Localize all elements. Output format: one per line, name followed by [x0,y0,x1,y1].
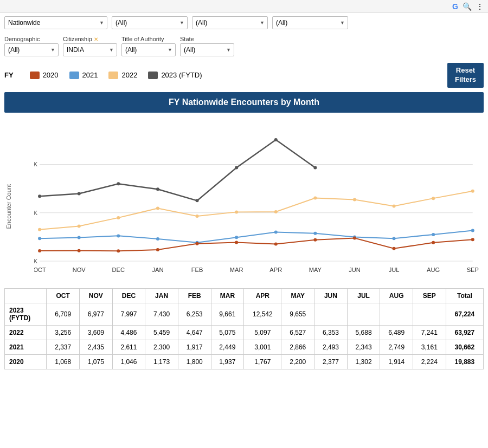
table-row: 20212,3372,4352,6112,3001,9172,4493,0012… [5,340,484,354]
reset-filters-button[interactable]: ResetFilters [447,63,484,88]
filter-demographic[interactable]: (All) [4,43,59,56]
citizenship-wrapper[interactable]: INDIA (All) [63,43,117,56]
svg-text:MAY: MAY [309,267,322,273]
svg-point-20 [117,216,120,219]
table-cell: 5,097 [244,325,281,340]
svg-text:JAN: JAN [152,267,163,273]
table-row: 20223,2563,6094,4865,4594,6475,0755,0976… [5,325,484,340]
svg-point-33 [156,237,159,241]
table-cell: 12,542 [244,303,281,325]
svg-point-42 [38,249,41,252]
table-header: AUG [380,288,413,303]
table-cell: 2,749 [380,340,413,354]
table-cell: 9,655 [281,303,314,325]
table-cell [380,303,413,325]
svg-point-46 [196,242,199,245]
table-cell: 6,977 [80,303,113,325]
legend-2022-color [108,72,118,79]
table-row: 20201,0681,0751,0461,1731,8001,9371,7672… [5,354,484,369]
fy-legend: FY 2020 2021 2022 2023 (FYTD) ResetFilte… [0,60,488,90]
table-cell: 7,241 [413,325,446,340]
table-header: NOV [80,288,113,303]
table-cell: 9,661 [211,303,244,325]
svg-point-43 [78,249,81,252]
svg-point-29 [471,189,474,192]
svg-point-39 [393,237,396,240]
svg-text:NOV: NOV [73,267,86,273]
table-cell: 2,377 [314,354,348,369]
svg-point-56 [117,182,120,185]
filter-toa[interactable]: (All) [121,43,176,56]
legend-2021-label: 2021 [82,71,98,79]
table-cell: 6,353 [314,325,348,340]
svg-point-48 [274,242,278,245]
table-cell: 2,449 [211,340,244,354]
row-total: 63,927 [446,325,483,340]
row-label: 2020 [5,354,47,369]
svg-text:DEC: DEC [112,267,125,273]
svg-point-50 [353,236,356,239]
demographic-wrapper[interactable]: (All) [4,43,59,56]
svg-point-61 [313,166,317,169]
chart-title: FY Nationwide Encounters by Month [4,92,484,113]
google-icon: G [452,2,458,11]
filter-active-icon: ✕ [94,36,98,42]
filter-nationwide[interactable]: Nationwide [4,16,107,29]
y-axis-label: Encounter Count [5,184,12,229]
svg-point-60 [274,138,278,141]
svg-point-49 [313,238,317,241]
table-cell: 7,997 [112,303,145,325]
table-header: MAY [281,288,314,303]
svg-point-31 [78,236,81,239]
table-cell: 2,224 [413,354,446,369]
svg-point-58 [196,199,199,202]
table-header: OCT [47,288,80,303]
toa-wrapper[interactable]: (All) [121,43,176,56]
citizenship-label: Citizenship ✕ [63,36,117,42]
legend-2023: 2023 (FYTD) [148,71,202,79]
filter-state[interactable]: (All) [180,43,234,56]
filter-all-1[interactable]: (All) [112,16,188,29]
filters-row1: Nationwide (All) (All) (All) [0,13,488,33]
row-label: 2022 [5,325,47,340]
filter-all-3-wrapper[interactable]: (All) [272,16,348,29]
svg-point-37 [313,232,317,235]
search-icon[interactable]: 🔍 [463,2,472,11]
legend-2022: 2022 [108,71,137,79]
table-cell: 4,486 [112,325,145,340]
filter-all-2-wrapper[interactable]: (All) [192,16,268,29]
table-cell: 5,688 [347,325,380,340]
table-cell: 1,800 [178,354,211,369]
table-cell: 6,253 [178,303,211,325]
data-table: OCTNOVDECJANFEBMARAPRMAYJUNJULAUGSEPTota… [4,288,484,369]
table-row: 2023 (FYTD)6,7096,9777,9977,4306,2539,66… [5,303,484,325]
filter-citizenship[interactable]: INDIA (All) [63,43,117,56]
table-header: MAR [211,288,244,303]
legend-2020-color [30,72,40,79]
svg-point-35 [235,236,238,239]
svg-point-18 [38,228,41,231]
svg-text:AUG: AUG [427,267,440,273]
toa-label: Title of Authority [121,36,176,42]
svg-text:MAR: MAR [230,267,243,273]
table-cell: 3,256 [47,325,80,340]
more-icon[interactable]: ⋮ [476,2,484,11]
filter-all-1-wrapper[interactable]: (All) [112,16,188,29]
table-cell: 2,611 [112,340,145,354]
table-cell: 1,068 [47,354,80,369]
table-cell: 3,001 [244,340,281,354]
chart-svg: 0K5K10KOCTNOVDECJANFEBMARAPRMAYJUNJULAUG… [34,115,484,288]
filter-all-2[interactable]: (All) [192,16,268,29]
filter-nationwide-wrapper[interactable]: Nationwide [4,16,107,29]
filter-all-3[interactable]: (All) [272,16,348,29]
table-cell: 6,489 [380,325,413,340]
svg-point-24 [274,210,278,213]
state-wrapper[interactable]: (All) [180,43,234,56]
table-header: JUL [347,288,380,303]
svg-text:0K: 0K [34,258,38,264]
table-header: DEC [112,288,145,303]
row-label: 2023 (FYTD) [5,303,47,325]
table-cell: 5,075 [211,325,244,340]
svg-point-45 [156,248,159,251]
table-cell: 1,075 [80,354,113,369]
